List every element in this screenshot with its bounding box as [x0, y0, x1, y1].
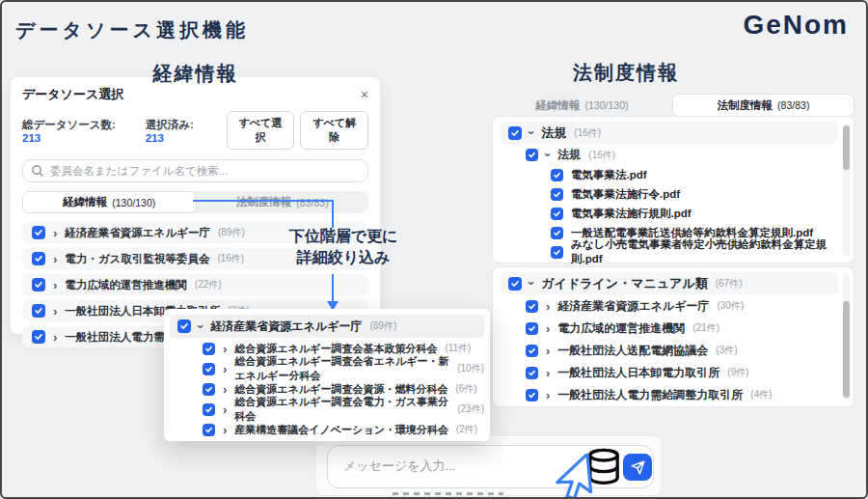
genom-logo: GeNom: [743, 10, 849, 41]
scrollbar-thumb[interactable]: [843, 301, 850, 398]
checkbox-checked-icon[interactable]: [203, 383, 215, 396]
popup-header-row[interactable]: › 経済産業省資源エネルギー庁 (89件): [170, 315, 484, 338]
chevron-right-icon[interactable]: ›: [223, 383, 227, 396]
checkbox-checked-icon[interactable]: [551, 169, 563, 181]
checkbox-checked-icon[interactable]: [551, 246, 563, 259]
tree-item[interactable]: › 経済産業省資源エネルギー庁 (30件): [526, 295, 838, 317]
chevron-right-icon[interactable]: ›: [546, 367, 550, 379]
checkbox-checked-icon[interactable]: [526, 345, 538, 357]
checkbox-checked-icon[interactable]: [203, 424, 215, 436]
search-icon: [31, 164, 44, 178]
chevron-right-icon[interactable]: ›: [223, 424, 227, 436]
send-icon: [631, 460, 645, 475]
checkbox-checked-icon[interactable]: [551, 227, 563, 239]
chevron-right-icon[interactable]: ›: [546, 389, 550, 402]
tab-keii-joho[interactable]: 経緯情報 (130/130): [492, 94, 672, 117]
checkbox-checked-icon[interactable]: [526, 300, 538, 313]
send-button[interactable]: [623, 454, 652, 481]
group-header-row[interactable]: › ガイドライン・マニュアル類 (67件): [501, 272, 838, 294]
checkbox-checked-icon[interactable]: [508, 277, 522, 291]
checkbox-checked-icon[interactable]: [203, 363, 215, 375]
file-row[interactable]: 電気事業法.pdf: [551, 165, 838, 184]
checkbox-checked-icon[interactable]: [526, 389, 538, 402]
tab-hoseido-joho[interactable]: 法制度情報 (83/83): [672, 94, 854, 117]
selected-count: 選択済み: 213: [146, 118, 211, 144]
drilldown-annotation: 下位階層で更に 詳細絞り込み: [278, 226, 409, 267]
file-row[interactable]: 電気事業法施行令.pdf: [551, 184, 838, 204]
stats-row: 総データソース数: 213 選択済み: 213 すべて選択 すべて解除: [22, 111, 368, 150]
chevron-right-icon[interactable]: ›: [53, 253, 57, 265]
chevron-down-icon[interactable]: ›: [195, 324, 207, 328]
checkbox-checked-icon[interactable]: [32, 278, 45, 291]
drilldown-popup: › 経済産業省資源エネルギー庁 (89件) › 総合資源エネルギー調査会基本政策…: [164, 309, 490, 441]
checkbox-checked-icon[interactable]: [526, 322, 538, 335]
chevron-right-icon[interactable]: ›: [546, 322, 550, 335]
tree-item[interactable]: › 電力広域的運営推進機関 (21件): [526, 318, 838, 339]
select-all-button[interactable]: すべて選択: [227, 111, 295, 150]
chevron-down-icon[interactable]: ›: [526, 281, 538, 285]
nested-group-row[interactable]: › 法規 (16件): [526, 145, 838, 165]
checkbox-checked-icon[interactable]: [32, 304, 45, 318]
chevron-right-icon[interactable]: ›: [223, 343, 227, 355]
page-title: データソース選択機能: [15, 17, 249, 43]
group-header-row[interactable]: › 法規 (16件): [501, 122, 838, 144]
chevron-down-icon[interactable]: ›: [526, 130, 538, 134]
close-icon[interactable]: ×: [361, 88, 368, 101]
checkbox-checked-icon[interactable]: [551, 208, 563, 220]
laws-group-card: › 法規 (16件) › 法規 (16件) 電気事業法.pdf 電気事業法施行令…: [492, 116, 854, 263]
popup-tree-item[interactable]: › 産業構造審議会イノベーション・環境分科会 (2件): [203, 420, 484, 439]
chevron-right-icon[interactable]: ›: [223, 403, 227, 416]
chevron-right-icon[interactable]: ›: [53, 331, 57, 344]
file-row[interactable]: みなし小売電気事業者特定小売供給約款料金算定規則.pdf: [551, 242, 838, 262]
chevron-down-icon[interactable]: ›: [542, 152, 555, 156]
right-section-label: 法制度情報: [544, 60, 708, 86]
clear-all-button[interactable]: すべて解除: [300, 111, 368, 150]
clipped-caption-text: [393, 492, 503, 495]
guidelines-group-card: › ガイドライン・マニュアル類 (67件) › 経済産業省資源エネルギー庁 (3…: [492, 266, 854, 407]
checkbox-checked-icon[interactable]: [203, 343, 215, 355]
checkbox-checked-icon[interactable]: [526, 367, 538, 379]
slide-frame: データソース選択機能 GeNom 経緯情報 法制度情報 データソース選択 × 総…: [0, 0, 868, 499]
checkbox-checked-icon[interactable]: [32, 330, 45, 344]
chevron-right-icon[interactable]: ›: [546, 345, 550, 357]
search-box: [22, 159, 368, 182]
chevron-right-icon[interactable]: ›: [53, 305, 57, 318]
mouse-cursor-icon: [538, 454, 608, 499]
tree-item[interactable]: › 一般社団法人送配電網協議会 (3件): [526, 340, 838, 361]
right-panel-tabs: 経緯情報 (130/130) 法制度情報 (83/83): [492, 94, 854, 117]
search-input[interactable]: [22, 159, 368, 182]
checkbox-checked-icon[interactable]: [508, 126, 522, 140]
left-section-label: 経緯情報: [116, 61, 275, 87]
message-input[interactable]: [341, 457, 567, 474]
tree-item[interactable]: › 一般社団法人日本卸電力取引所 (9件): [526, 362, 838, 383]
checkbox-checked-icon[interactable]: [177, 319, 191, 333]
popup-tree-item[interactable]: › 総合資源エネルギー調査会電力・ガス事業分科会 (23件): [203, 400, 484, 419]
file-row[interactable]: 電気事業法施行規則.pdf: [551, 204, 838, 223]
checkbox-checked-icon[interactable]: [551, 188, 563, 201]
chevron-right-icon[interactable]: ›: [53, 279, 57, 291]
scrollbar-track[interactable]: [843, 274, 850, 400]
total-count: 総データソース数: 213: [22, 118, 130, 144]
checkbox-checked-icon[interactable]: [526, 149, 538, 161]
popup-tree-item[interactable]: › 総合資源エネルギー調査会省エネルギー・新エネルギー分科会 (10件): [203, 359, 484, 378]
checkbox-checked-icon[interactable]: [203, 403, 215, 416]
dialog-header: データソース選択 ×: [22, 86, 368, 103]
chevron-right-icon[interactable]: ›: [546, 300, 550, 313]
checkbox-checked-icon[interactable]: [32, 252, 45, 265]
chevron-right-icon[interactable]: ›: [53, 227, 57, 239]
scrollbar-thumb[interactable]: [843, 125, 850, 170]
tab-keii-joho[interactable]: 経緯情報 (130/130): [22, 191, 197, 213]
checkbox-checked-icon[interactable]: [32, 226, 45, 239]
dialog-title: データソース選択: [22, 86, 123, 103]
tree-item[interactable]: › 一般社団法人電力需給調整力取引所 (4件): [526, 384, 838, 405]
chevron-right-icon[interactable]: ›: [223, 363, 227, 375]
scrollbar-track[interactable]: [843, 124, 850, 256]
